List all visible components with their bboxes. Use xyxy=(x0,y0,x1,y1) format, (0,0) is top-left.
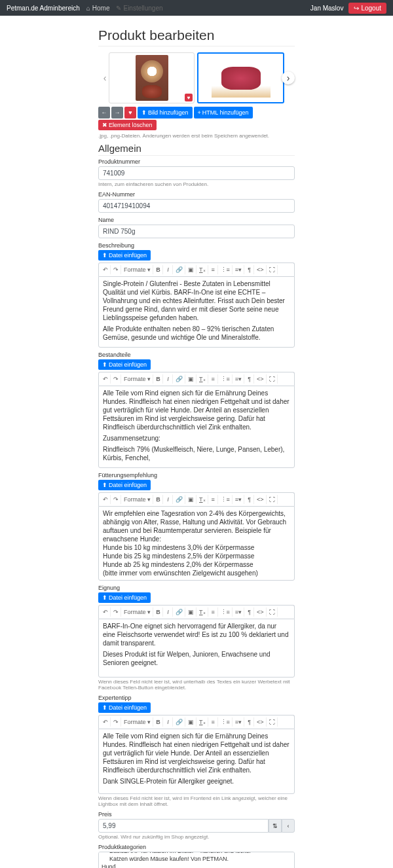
clear-icon[interactable]: Tₓ xyxy=(197,265,208,274)
italic-icon[interactable]: I xyxy=(164,374,173,384)
ean-input[interactable] xyxy=(98,199,295,213)
clear-icon[interactable]: Tₓ xyxy=(197,717,208,727)
categories-select[interactable]: BARF-In-One – Premium Vollnahrung für Ka… xyxy=(98,852,295,868)
numlist-icon[interactable]: ≡▾ xyxy=(233,265,244,274)
bullet-icon[interactable]: ⋮≡ xyxy=(219,374,233,384)
italic-icon[interactable]: I xyxy=(164,495,173,504)
numlist-icon[interactable]: ≡▾ xyxy=(233,717,244,727)
name-input[interactable] xyxy=(98,225,295,238)
formats-dropdown[interactable]: Formate ▾ xyxy=(122,607,153,617)
link-icon[interactable]: 🔗 xyxy=(174,374,185,384)
code-icon[interactable]: <> xyxy=(255,717,267,727)
bullet-icon[interactable]: ⋮≡ xyxy=(219,717,233,727)
fullscreen-icon[interactable]: ⛶ xyxy=(267,374,278,384)
ingredients-editor[interactable]: Alle Teile vom Rind eignen sich für die … xyxy=(98,386,295,468)
add-image-button[interactable]: ⬆Bild hinzufügen xyxy=(138,107,193,118)
italic-icon[interactable]: I xyxy=(164,607,173,617)
feeding-editor[interactable]: Wir empfehlen eine Tagesration von 2-4% … xyxy=(98,506,295,581)
link-icon[interactable]: 🔗 xyxy=(174,607,185,617)
formats-dropdown[interactable]: Formate ▾ xyxy=(122,495,153,504)
redo-icon[interactable]: ↷ xyxy=(111,607,121,617)
feeding-upload-button[interactable]: ⬆Datei einfügen xyxy=(98,480,151,490)
favorite-button[interactable]: ♥ xyxy=(124,107,136,118)
link-icon[interactable]: 🔗 xyxy=(174,717,185,727)
italic-icon[interactable]: I xyxy=(164,717,173,727)
numlist-icon[interactable]: ≡▾ xyxy=(233,495,244,504)
experttip-editor[interactable]: Alle Teile vom Rind eignen sich für die … xyxy=(98,729,295,794)
carousel-next[interactable]: › xyxy=(282,71,295,84)
para-icon[interactable]: ¶ xyxy=(245,607,254,617)
productnumber-input[interactable] xyxy=(98,166,295,180)
move-right-button[interactable]: → xyxy=(111,107,123,118)
bullet-icon[interactable]: ⋮≡ xyxy=(219,265,233,274)
image-icon[interactable]: ▣ xyxy=(186,495,196,504)
bold-icon[interactable]: B xyxy=(154,374,163,384)
formats-dropdown[interactable]: Formate ▾ xyxy=(122,265,153,274)
formats-dropdown[interactable]: Formate ▾ xyxy=(122,374,153,384)
link-icon[interactable]: 🔗 xyxy=(174,265,185,274)
fullscreen-icon[interactable]: ⛶ xyxy=(267,495,278,504)
indent-icon[interactable]: ≡ xyxy=(209,607,218,617)
bold-icon[interactable]: B xyxy=(154,717,163,727)
indent-icon[interactable]: ≡ xyxy=(209,717,218,727)
indent-icon[interactable]: ≡ xyxy=(209,265,218,274)
move-left-button[interactable]: ← xyxy=(98,107,110,118)
indent-icon[interactable]: ≡ xyxy=(209,495,218,504)
clear-icon[interactable]: Tₓ xyxy=(197,495,208,504)
category-option[interactable]: Hund xyxy=(100,863,293,868)
carousel-prev[interactable]: ‹ xyxy=(98,71,111,84)
numlist-icon[interactable]: ≡▾ xyxy=(233,607,244,617)
undo-icon[interactable]: ↶ xyxy=(101,495,111,504)
bold-icon[interactable]: B xyxy=(154,607,163,617)
fullscreen-icon[interactable]: ⛶ xyxy=(267,265,278,274)
redo-icon[interactable]: ↷ xyxy=(111,717,121,727)
suitability-editor[interactable]: BARF-In-One eignet sich hervorragend für… xyxy=(98,619,295,678)
para-icon[interactable]: ¶ xyxy=(245,265,254,274)
code-icon[interactable]: <> xyxy=(255,374,267,384)
image-icon[interactable]: ▣ xyxy=(186,607,196,617)
undo-icon[interactable]: ↶ xyxy=(101,265,111,274)
code-icon[interactable]: <> xyxy=(255,265,267,274)
product-image-2[interactable] xyxy=(197,52,284,103)
undo-icon[interactable]: ↶ xyxy=(101,607,111,617)
bullet-icon[interactable]: ⋮≡ xyxy=(219,495,233,504)
para-icon[interactable]: ¶ xyxy=(245,717,254,727)
image-icon[interactable]: ▣ xyxy=(186,265,196,274)
fullscreen-icon[interactable]: ⛶ xyxy=(267,607,278,617)
product-image-1[interactable]: ♥ xyxy=(109,52,195,103)
clear-icon[interactable]: Tₓ xyxy=(197,607,208,617)
description-editor[interactable]: Single-Protein / Glutenfrei - Beste Zuta… xyxy=(98,276,295,348)
numlist-icon[interactable]: ≡▾ xyxy=(233,374,244,384)
logout-button[interactable]: ↪Logout xyxy=(348,3,386,14)
redo-icon[interactable]: ↷ xyxy=(111,374,121,384)
delete-element-button[interactable]: ✖Element löschen xyxy=(98,120,157,130)
image-icon[interactable]: ▣ xyxy=(186,717,196,727)
fullscreen-icon[interactable]: ⛶ xyxy=(267,717,278,727)
ingredients-upload-button[interactable]: ⬆Datei einfügen xyxy=(98,359,151,370)
link-icon[interactable]: 🔗 xyxy=(174,495,185,504)
formats-dropdown[interactable]: Formate ▾ xyxy=(122,717,153,727)
redo-icon[interactable]: ↷ xyxy=(111,265,121,274)
italic-icon[interactable]: I xyxy=(164,265,173,274)
description-upload-button[interactable]: ⬆Datei einfügen xyxy=(98,250,151,261)
add-html-button[interactable]: +HTML hinzufügen xyxy=(194,107,253,118)
image-icon[interactable]: ▣ xyxy=(186,374,196,384)
para-icon[interactable]: ¶ xyxy=(245,374,254,384)
bullet-icon[interactable]: ⋮≡ xyxy=(219,607,233,617)
undo-icon[interactable]: ↶ xyxy=(101,374,111,384)
code-icon[interactable]: <> xyxy=(255,607,267,617)
category-option[interactable]: Katzen würden Mäuse kaufen! Von PETMAN. xyxy=(100,855,293,863)
nav-home[interactable]: ⌂Home xyxy=(86,5,110,12)
code-icon[interactable]: <> xyxy=(255,495,267,504)
bold-icon[interactable]: B xyxy=(154,495,163,504)
indent-icon[interactable]: ≡ xyxy=(209,374,218,384)
price-collapse[interactable]: ‹ xyxy=(282,819,295,833)
price-stepper[interactable]: ⇅ xyxy=(269,819,282,833)
clear-icon[interactable]: Tₓ xyxy=(197,374,208,384)
redo-icon[interactable]: ↷ xyxy=(111,495,121,504)
experttip-upload-button[interactable]: ⬆Datei einfügen xyxy=(98,702,151,713)
undo-icon[interactable]: ↶ xyxy=(101,717,111,727)
para-icon[interactable]: ¶ xyxy=(245,495,254,504)
suitability-upload-button[interactable]: ⬆Datei einfügen xyxy=(98,592,151,603)
bold-icon[interactable]: B xyxy=(154,265,163,274)
